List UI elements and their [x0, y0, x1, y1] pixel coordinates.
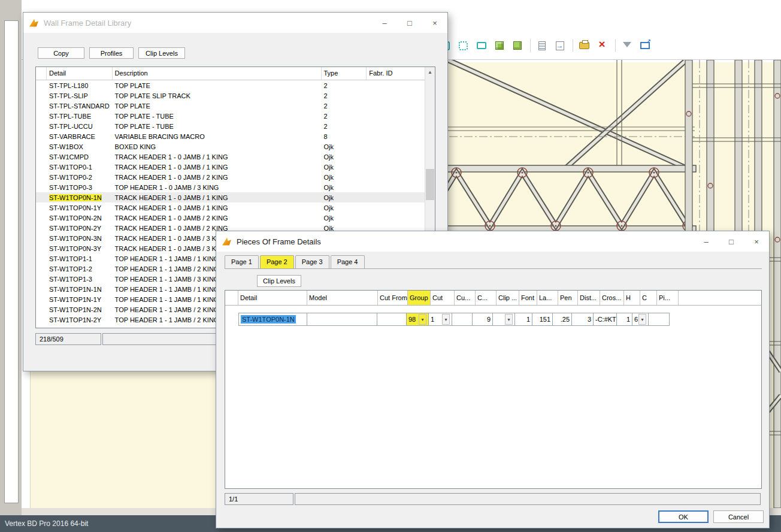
- detail-text: ST-W1TOP1N-2N: [49, 306, 102, 313]
- library-row[interactable]: ST-VARBRACEVARIABLE BRACING MACRO8: [36, 131, 425, 141]
- dropdown-arrow-icon[interactable]: [419, 314, 426, 325]
- clip-levels-button[interactable]: Clip Levels: [138, 47, 185, 59]
- library-row[interactable]: ST-W1TOP0N-2NTRACK HEADER 1 - 0 JAMB / 2…: [36, 213, 425, 223]
- library-row[interactable]: ST-W1TOP0N-1YTRACK HEADER 1 - 0 JAMB / 1…: [36, 202, 425, 213]
- filter-icon: [623, 42, 631, 47]
- column-header[interactable]: Model: [307, 291, 378, 305]
- grid-cell[interactable]: ST-W1TOP0N-1N: [238, 313, 307, 326]
- dropdown-arrow-icon[interactable]: [638, 314, 646, 325]
- column-header-detail[interactable]: Detail: [47, 67, 113, 80]
- cell-description: TOP HEADER 1 - 0 JAMB / 3 KING: [113, 184, 322, 191]
- library-row[interactable]: ST-TPL-UCCUTOP PLATE - TUBE2: [36, 121, 425, 131]
- grid-cell[interactable]: 1: [428, 313, 452, 326]
- library-titlebar[interactable]: Wall Frame Detail Library – □ ×: [23, 13, 447, 33]
- record-count: 1/1: [225, 493, 293, 505]
- grid-cell[interactable]: .25: [552, 313, 572, 326]
- detail-text: ST-VARBRACE: [49, 133, 95, 140]
- dropdown-arrow-icon[interactable]: [505, 314, 513, 325]
- column-header[interactable]: Pen: [558, 291, 578, 305]
- column-header[interactable]: Font: [519, 291, 537, 305]
- grid-cell[interactable]: 151: [532, 313, 553, 326]
- pieces-dialog-title: Pieces Of Frame Details: [237, 237, 694, 246]
- print-icon[interactable]: [576, 38, 592, 54]
- cell-type: Ojk: [322, 214, 367, 222]
- column-header[interactable]: Cut: [431, 291, 455, 305]
- solid-model-icon[interactable]: [491, 38, 507, 54]
- cancel-button[interactable]: Cancel: [713, 510, 764, 523]
- column-header[interactable]: Cros...: [600, 291, 624, 305]
- column-header[interactable]: Cut From: [378, 291, 408, 305]
- ok-button[interactable]: OK: [658, 510, 709, 523]
- library-row[interactable]: ST-W1BOXBOXED KINGOjk: [36, 141, 425, 152]
- clip-levels-button[interactable]: Clip Levels: [257, 275, 301, 287]
- library-row[interactable]: ST-TPL-SLIPTOP PLATE SLIP TRACK2: [36, 90, 425, 101]
- dropdown-arrow-icon[interactable]: [442, 314, 450, 325]
- column-header[interactable]: C: [640, 291, 657, 305]
- export-icon[interactable]: [552, 38, 568, 54]
- grid-cell[interactable]: [648, 313, 670, 326]
- column-header-fabrid[interactable]: Fabr. ID: [367, 67, 425, 80]
- library-row[interactable]: ST-W1TOP0-2TRACK HEADER 1 - 0 JAMB / 2 K…: [36, 172, 425, 182]
- maximize-button[interactable]: □: [719, 232, 744, 250]
- column-header-type[interactable]: Type: [322, 67, 367, 80]
- library-row[interactable]: ST-W1TOP0-3TOP HEADER 1 - 0 JAMB / 3 KIN…: [36, 182, 425, 192]
- library-row[interactable]: ST-W1CMPDTRACK HEADER 1 - 0 JAMB / 1 KIN…: [36, 152, 425, 162]
- tab-page-1[interactable]: Page 1: [225, 255, 259, 268]
- grid-cell[interactable]: [377, 313, 407, 326]
- tab-page-4[interactable]: Page 4: [331, 255, 365, 268]
- column-header[interactable]: La...: [537, 291, 558, 305]
- tab-page-3[interactable]: Page 3: [295, 255, 329, 268]
- close-button[interactable]: ×: [422, 14, 447, 32]
- library-row[interactable]: ST-W1TOP0N-1NTRACK HEADER 1 - 0 JAMB / 1…: [36, 192, 425, 202]
- filter-icon[interactable]: [619, 38, 635, 54]
- hidden-line-box-icon[interactable]: [455, 38, 471, 54]
- grid-cell[interactable]: 1: [514, 313, 532, 326]
- close-button[interactable]: ×: [744, 232, 769, 250]
- maximize-button[interactable]: □: [397, 14, 422, 32]
- column-header[interactable]: C...: [476, 291, 497, 305]
- shaded-box-icon[interactable]: [473, 38, 489, 54]
- detail-text: ST-W1TOP0N-3Y: [49, 245, 101, 252]
- tab-page-2[interactable]: Page 2: [260, 255, 294, 268]
- library-row[interactable]: ST-TPL-TUBETOP PLATE - TUBE2: [36, 111, 425, 121]
- cell-type: Ojk: [322, 184, 367, 191]
- column-header[interactable]: Group: [408, 291, 431, 305]
- profiles-button[interactable]: Profiles: [89, 47, 134, 59]
- grid-cell[interactable]: 6: [632, 313, 649, 326]
- cell-value: 98: [408, 316, 416, 323]
- detail-text: ST-W1TOP0-2: [49, 174, 92, 181]
- report-icon[interactable]: [534, 38, 550, 54]
- cell-detail: ST-TPL-SLIP: [47, 92, 113, 99]
- cell-description: TRACK HEADER 1 - 0 JAMB / 1 KING: [113, 164, 322, 171]
- library-row[interactable]: ST-TPL-L180TOP PLATE2: [36, 80, 425, 90]
- library-row[interactable]: ST-W1TOP0-1TRACK HEADER 1 - 0 JAMB / 1 K…: [36, 162, 425, 172]
- column-header[interactable]: Detail: [238, 291, 307, 305]
- open-in-window-icon[interactable]: [637, 38, 653, 54]
- grid-cell[interactable]: 9: [472, 313, 493, 326]
- grid-cell[interactable]: [307, 313, 377, 326]
- scrollbar-thumb[interactable]: [426, 169, 434, 200]
- minimize-button[interactable]: –: [372, 14, 397, 32]
- cell-value: 1: [431, 316, 434, 323]
- column-header-description[interactable]: Description: [113, 67, 322, 80]
- library-row[interactable]: ST-TPL-STANDARDTOP PLATE2: [36, 101, 425, 111]
- delete-icon[interactable]: [594, 38, 610, 54]
- column-header[interactable]: Dist...: [578, 291, 600, 305]
- detail-text: ST-W1TOP1-1: [49, 255, 92, 262]
- column-header[interactable]: H: [624, 291, 640, 305]
- grid-cell[interactable]: 1: [616, 313, 632, 326]
- column-header[interactable]: Clip ...: [497, 291, 519, 305]
- grid-cell[interactable]: 3: [571, 313, 594, 326]
- grid-cell[interactable]: [492, 313, 515, 326]
- column-header[interactable]: Cu...: [455, 291, 476, 305]
- column-header[interactable]: Pi...: [657, 291, 679, 305]
- grid-cell[interactable]: 98: [406, 313, 429, 326]
- copy-button[interactable]: Copy: [38, 47, 84, 59]
- pieces-titlebar[interactable]: Pieces Of Frame Details – □ ×: [216, 231, 769, 252]
- grid-cell[interactable]: [452, 313, 473, 326]
- cell-description: TOP PLATE - TUBE: [113, 123, 322, 130]
- grid-cell[interactable]: -C:#KT#: [593, 313, 617, 326]
- scroll-up-icon[interactable]: [425, 67, 435, 77]
- solid-model-check-icon[interactable]: [509, 38, 525, 54]
- minimize-button[interactable]: –: [694, 232, 719, 250]
